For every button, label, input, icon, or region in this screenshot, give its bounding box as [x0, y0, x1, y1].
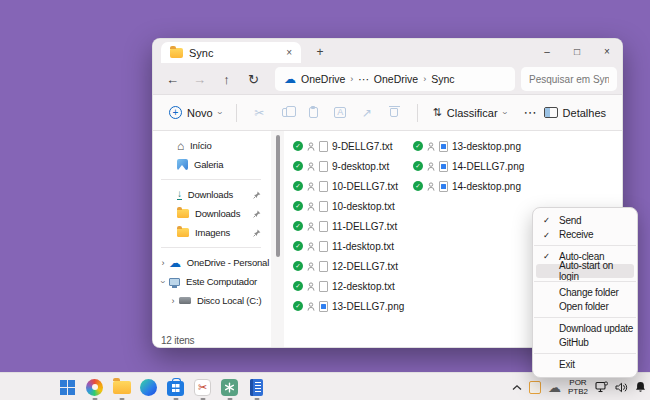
chevron-right-icon[interactable]: › [157, 258, 169, 268]
details-button[interactable]: Detalhes [538, 103, 612, 123]
taskbar-item-snipping-tool[interactable]: ✂ [189, 373, 216, 400]
tab-sync[interactable]: Sync × [161, 42, 301, 63]
menu-item-label: Open folder [559, 301, 609, 312]
start-button[interactable] [54, 373, 81, 400]
scrollbar-thumb[interactable] [276, 135, 280, 257]
person-icon [427, 162, 435, 171]
menu-item[interactable]: ✓ Change folder [536, 285, 634, 300]
tray-sync-app-icon[interactable] [529, 381, 541, 394]
menu-item[interactable]: ✓ [534, 317, 636, 318]
share-button[interactable]: ↗ [354, 101, 381, 125]
file-item[interactable]: ✓ 9-desktop.txt [293, 156, 413, 176]
file-item[interactable]: ✓ 10-desktop.txt [293, 196, 413, 216]
menu-item[interactable]: ✓ Open folder [536, 300, 634, 315]
file-item[interactable]: ✓ 11-DELLG7.txt [293, 216, 413, 236]
taskbar-item-store[interactable] [162, 373, 189, 400]
paste-button[interactable] [300, 101, 327, 125]
scrollbar-track[interactable] [271, 131, 284, 348]
taskbar-item-paint[interactable] [81, 373, 108, 400]
breadcrumb-ellipsis[interactable]: ⋯ [358, 73, 369, 85]
menu-item[interactable]: ✓ Send [536, 213, 634, 228]
menu-item[interactable]: ✓ GitHub [536, 336, 634, 351]
divider [161, 247, 261, 248]
minimize-button[interactable]: – [532, 39, 562, 63]
close-button[interactable]: × [592, 39, 622, 63]
new-tab-button[interactable]: + [311, 43, 329, 61]
breadcrumb-sync[interactable]: Sync [431, 73, 454, 85]
file-item[interactable]: ✓ 10-DELLG7.txt [293, 176, 413, 196]
file-column-1: ✓ 9-DELLG7.txt ✓ 9-desktop.txt ✓ [293, 136, 413, 316]
chevron-right-icon: › [423, 74, 426, 84]
file-item[interactable]: ✓ 11-desktop.txt [293, 236, 413, 256]
tray-onedrive-icon[interactable]: ☁ [548, 381, 561, 394]
sidebar: ⌂ Início Galeria ↓ Downloads Downloads I… [153, 131, 271, 348]
file-item[interactable]: ✓ 14-desktop.png [413, 176, 533, 196]
search-box [521, 67, 617, 91]
tray-overflow-button[interactable] [512, 384, 522, 391]
refresh-button[interactable]: ↻ [240, 66, 267, 92]
sidebar-item-galeria[interactable]: Galeria [153, 155, 271, 174]
taskbar-item-notepad[interactable] [243, 373, 270, 400]
network-icon[interactable] [595, 381, 608, 393]
person-icon [307, 222, 315, 231]
menu-item[interactable]: ✓ Exit [536, 357, 634, 372]
file-item[interactable]: ✓ 9-DELLG7.txt [293, 136, 413, 156]
copy-button[interactable] [273, 101, 300, 125]
maximize-button[interactable]: □ [562, 39, 592, 63]
taskbar-item-edge[interactable] [135, 373, 162, 400]
sidebar-item-imagens[interactable]: Imagens [153, 223, 271, 242]
delete-button[interactable] [381, 101, 408, 125]
file-name: 11-DELLG7.txt [332, 221, 397, 232]
back-button[interactable]: ← [159, 66, 186, 92]
file-item[interactable]: ✓ 12-DELLG7.txt [293, 256, 413, 276]
sort-button[interactable]: ⇅ Classificar › [427, 102, 512, 123]
download-icon: ↓ [177, 189, 182, 201]
more-options-button[interactable]: ⋯ [524, 105, 538, 120]
onedrive-cloud-icon: ☁ [169, 257, 181, 269]
language-indicator[interactable]: POR PTB2 [568, 378, 588, 396]
file-item[interactable]: ✓ 13-DELLG7.png [293, 296, 413, 316]
tab-close-icon[interactable]: × [283, 47, 295, 58]
breadcrumb[interactable]: ☁ OneDrive › ⋯ OneDrive › Sync [275, 67, 515, 91]
sidebar-item-este-computador[interactable]: › Este Computador [153, 272, 271, 291]
menu-item[interactable]: ✓ Download update [536, 321, 634, 336]
breadcrumb-onedrive-2[interactable]: OneDrive [374, 73, 418, 85]
cut-button[interactable]: ✂ [246, 101, 273, 125]
search-input[interactable] [521, 67, 617, 91]
new-button[interactable]: + Novo › [163, 102, 227, 123]
chevron-down-icon[interactable]: › [158, 276, 168, 288]
menu-item[interactable]: ✓ Receive [536, 228, 634, 243]
taskbar-item-chatgpt[interactable] [216, 373, 243, 400]
file-icon [319, 181, 328, 192]
file-item[interactable]: ✓ 14-DELLG7.png [413, 156, 533, 176]
menu-item[interactable]: ✓ [534, 353, 636, 354]
sidebar-item-downloads-folder[interactable]: Downloads [153, 204, 271, 223]
volume-icon[interactable] [615, 382, 628, 393]
file-icon [319, 221, 328, 232]
sync-status-icon: ✓ [293, 221, 303, 231]
up-button[interactable]: ↑ [213, 66, 240, 92]
menu-item[interactable]: ✓ Auto-start on login [536, 264, 634, 279]
forward-button[interactable]: → [186, 66, 213, 92]
sidebar-item-inicio[interactable]: ⌂ Início [153, 136, 271, 155]
file-name: 12-DELLG7.txt [332, 261, 398, 272]
sync-status-icon: ✓ [293, 201, 303, 211]
sidebar-item-downloads[interactable]: ↓ Downloads [153, 185, 271, 204]
notification-bell-icon[interactable] [635, 381, 646, 393]
file-item[interactable]: ✓ 13-desktop.png [413, 136, 533, 156]
file-name: 10-desktop.txt [332, 201, 395, 212]
chevron-right-icon[interactable]: › [167, 296, 179, 306]
menu-item[interactable]: ✓ [534, 281, 636, 282]
taskbar-item-file-explorer[interactable] [108, 373, 135, 400]
sidebar-item-onedrive[interactable]: › ☁ OneDrive - Personal [153, 253, 271, 272]
sync-status-icon: ✓ [413, 181, 423, 191]
sidebar-item-disco-local[interactable]: › Disco Local (C:) [153, 291, 271, 310]
person-icon [307, 282, 315, 291]
file-item[interactable]: ✓ 12-desktop.txt [293, 276, 413, 296]
breadcrumb-onedrive[interactable]: OneDrive [301, 73, 345, 85]
menu-item[interactable]: ✓ [534, 245, 636, 246]
file-name: 13-desktop.png [452, 141, 521, 152]
rename-button[interactable]: A [327, 101, 354, 125]
sidebar-label: Downloads [195, 208, 240, 219]
file-icon [319, 241, 328, 252]
